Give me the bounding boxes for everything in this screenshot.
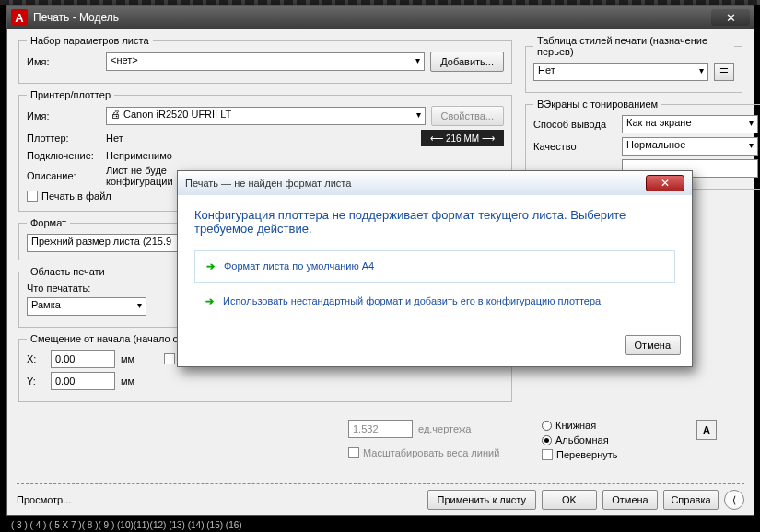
help-button[interactable]: Справка <box>663 490 719 510</box>
preview-button[interactable]: Просмотр... <box>17 494 71 505</box>
scale-input[interactable] <box>348 420 413 438</box>
plot-styles-legend: Таблица стилей печати (назначение перьев… <box>533 35 734 57</box>
quality-select[interactable]: Нормальное <box>622 137 758 156</box>
scale-lineweights-checkbox[interactable]: Масштабировать веса линий <box>348 447 499 458</box>
offset-legend: Смещение от начала (начало о <box>27 333 182 344</box>
page-setup-legend: Набор параметров листа <box>27 35 153 46</box>
titlebar[interactable]: A Печать - Модель ✕ <box>7 6 754 29</box>
option-use-custom[interactable]: ➔ Использовать нестандартный формат и до… <box>194 286 675 317</box>
modal-message: Конфигурация плоттера не поддерживает фо… <box>194 208 675 236</box>
shade-mode-label: Способ вывода <box>533 119 616 130</box>
description-value: Лист не буде конфигурации <box>106 165 173 187</box>
printer-legend: Принтер/плоттер <box>27 89 114 100</box>
modal-title: Печать — не найден формат листа <box>185 178 646 189</box>
window-title: Печать - Модель <box>33 11 711 24</box>
page-setup-name-select[interactable]: <нет> <box>106 52 425 71</box>
portrait-radio[interactable]: Книжная <box>542 420 691 431</box>
offset-x-input[interactable] <box>51 350 115 368</box>
shade-mode-select[interactable]: Как на экране <box>622 115 758 133</box>
add-button[interactable]: Добавить... <box>430 52 504 72</box>
x-label: X: <box>27 353 45 364</box>
option-default-a4[interactable]: ➔ Формат листа по умолчанию A4 <box>194 250 675 283</box>
expand-icon[interactable]: ⟨ <box>724 490 744 510</box>
edit-plot-style-icon[interactable]: ☰ <box>714 63 734 81</box>
plotter-value: Нет <box>106 133 415 144</box>
modal-cancel-button[interactable]: Отмена <box>625 335 681 355</box>
properties-button[interactable]: Свойства... <box>431 106 504 126</box>
y-label: Y: <box>27 376 45 387</box>
arrow-icon: ➔ <box>205 295 214 307</box>
modal-titlebar[interactable]: Печать — не найден формат листа ✕ <box>178 171 692 195</box>
connection-value: Неприменимо <box>106 150 172 161</box>
plot-area-legend: Область печати <box>27 266 109 277</box>
plot-styles-group: Таблица стилей печати (назначение перьев… <box>525 35 742 93</box>
plotter-label: Плоттер: <box>27 133 100 144</box>
page-setup-group: Набор параметров листа Имя: <нет> Добави… <box>18 35 512 84</box>
description-label: Описание: <box>27 170 100 181</box>
printer-name-label: Имя: <box>27 110 100 121</box>
name-label: Имя: <box>27 56 100 67</box>
flip-checkbox[interactable]: Перевернуть <box>542 449 691 460</box>
paper-size-legend: Формат <box>27 217 70 228</box>
app-logo: A <box>11 9 28 26</box>
printer-name-select[interactable]: 🖨 Canon iR2520 UFRII LT <box>106 107 426 125</box>
paper-preview-ruler: ⟵ 216 MM ⟶ <box>421 130 504 146</box>
orientation-icon: A <box>696 420 717 440</box>
statusbar-tabs: ( 3 ) ( 4 ) ( 5 X 7 )( 8 )( 9 ) (10)(11)… <box>11 520 242 530</box>
x-unit: мм <box>121 353 134 364</box>
modal-close-icon[interactable]: ✕ <box>646 175 684 191</box>
plot-area-select[interactable]: Рамка <box>27 297 146 316</box>
plot-style-select[interactable]: Нет <box>533 63 708 81</box>
close-icon[interactable]: ✕ <box>711 9 750 26</box>
connection-label: Подключение: <box>27 150 100 161</box>
landscape-radio[interactable]: Альбомная <box>542 434 691 445</box>
arrow-icon: ➔ <box>206 260 215 272</box>
offset-y-input[interactable] <box>51 372 115 390</box>
shaded-legend: ВЭкраны с тонированием <box>533 98 661 110</box>
apply-to-layout-button[interactable]: Применить к листу <box>427 490 537 510</box>
paper-not-found-dialog: Печать — не найден формат листа ✕ Конфиг… <box>177 170 693 367</box>
cancel-button[interactable]: Отмена <box>602 490 658 510</box>
quality-label: Качество <box>533 141 616 152</box>
scale-unit: ед.чертежа <box>418 423 471 434</box>
ok-button[interactable]: OK <box>542 490 597 510</box>
y-unit: мм <box>121 376 134 387</box>
print-to-file-checkbox[interactable]: Печать в файл <box>27 191 111 202</box>
